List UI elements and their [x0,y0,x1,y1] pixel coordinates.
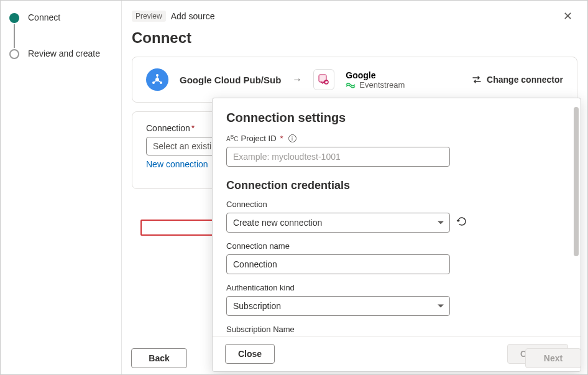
next-button[interactable]: Next [525,348,581,368]
wave-icon [346,81,356,88]
text-type-icon: ABC [226,134,238,142]
step-label: Connect [28,12,60,23]
connection-name-input[interactable] [226,254,450,274]
new-connection-link[interactable]: New connection [146,159,208,169]
auth-kind-label: Authentication kind [226,283,567,292]
dest-connector-sub: Eventstream [359,80,405,90]
pubsub-icon [146,68,168,91]
close-icon[interactable]: ✕ [558,7,577,25]
highlight-callout [140,220,214,236]
wizard-footer: Back Next [131,348,581,368]
stepper-sidebar: Connect Review and create [1,1,122,374]
topbar: Preview Add source ✕ [127,1,582,27]
eventstream-icon [313,69,334,90]
info-icon[interactable]: i [288,134,296,142]
step-connect[interactable]: Connect [9,12,113,23]
connection-dropdown[interactable]: Create new connection [226,213,450,233]
back-button[interactable]: Back [131,348,187,368]
connection-select-label: Connection [226,200,567,209]
step-line [14,24,15,48]
breadcrumb: Add source [171,11,215,21]
auth-kind-dropdown[interactable]: Subscription [226,296,450,316]
refresh-icon[interactable] [456,216,467,229]
arrow-right-icon: → [292,74,302,85]
change-connector-button[interactable]: Change connector [472,75,563,85]
page-title: Connect [127,27,582,57]
source-connector-name: Google Cloud Pub/Sub [180,75,281,85]
project-id-label: ABC Project ID* i [226,134,567,143]
step-label: Review and create [28,48,100,59]
dest-connector-name: Google [346,70,375,80]
panel-title: Connection settings [226,111,567,125]
scrollbar[interactable] [574,107,579,256]
connection-name-label: Connection name [226,241,567,251]
connection-settings-panel: Connection settings ABC Project ID* i Co… [212,98,581,372]
subscription-name-label: Subscription Name [226,325,567,334]
step-circle-pending-icon [9,49,19,59]
step-circle-done-icon [9,13,19,23]
credentials-title: Connection credentials [226,179,567,192]
preview-badge: Preview [132,11,166,22]
connector-card: Google Cloud Pub/Sub → Google Eventstrea… [132,57,577,103]
step-review[interactable]: Review and create [9,48,113,59]
swap-icon [472,75,482,85]
project-id-input[interactable] [226,147,450,167]
